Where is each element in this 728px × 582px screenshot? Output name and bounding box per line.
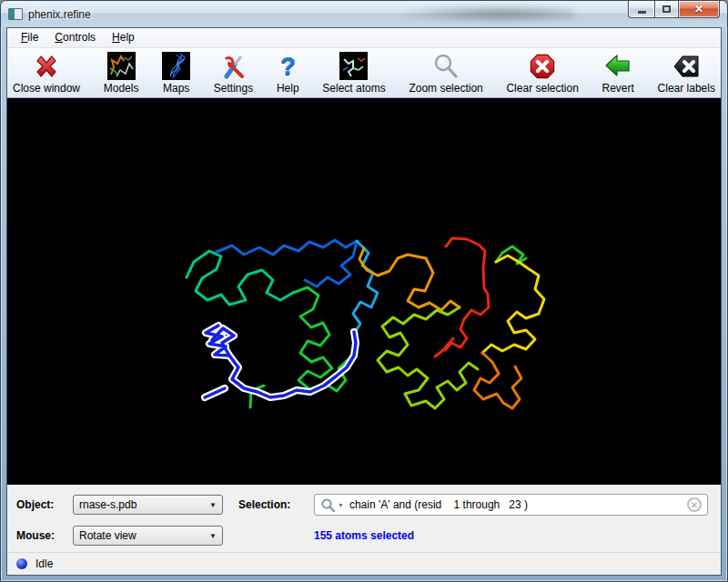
titlebar[interactable]: phenix.refine ✕: [1, 1, 727, 27]
toolbar-button-models[interactable]: Models: [103, 51, 140, 95]
toolbar-button-select-atoms[interactable]: Select atoms: [321, 51, 386, 95]
app-icon: [8, 8, 23, 20]
minimize-icon: [638, 11, 646, 14]
toolbar-button-settings[interactable]: Settings: [213, 51, 254, 95]
models-thumbnail-icon: [107, 51, 136, 81]
molecule-path-left-green-core: [293, 287, 357, 391]
titlebar-glass-reflection: [392, 5, 574, 23]
window-client-area: FileControlsHelp Close windowModelsMapsS…: [6, 27, 722, 576]
object-dropdown-value: rnase-s.pdb: [79, 498, 206, 511]
object-label: Object:: [16, 498, 64, 511]
molecule-path-right-green-tip: [496, 246, 526, 264]
toolbar-button-zoom-selection[interactable]: Zoom selection: [408, 51, 483, 95]
magnifier-icon: [432, 51, 460, 81]
close-button[interactable]: ✕: [679, 1, 720, 18]
toolbar-button-label: Clear selection: [506, 82, 578, 95]
molecule-canvas[interactable]: [7, 98, 721, 485]
molecule-path-left-blue-arc: [217, 240, 357, 286]
close-icon: ✕: [694, 3, 703, 15]
chevron-down-icon: ▼: [209, 532, 217, 540]
toolbar-button-label: Settings: [214, 82, 253, 95]
question-mark-icon: ?: [280, 51, 296, 81]
menu-item-controls[interactable]: Controls: [46, 28, 104, 47]
clear-search-icon[interactable]: ✕: [687, 497, 702, 512]
maps-thumbnail-icon: [162, 51, 190, 81]
toolbar-button-label: Zoom selection: [409, 82, 482, 95]
menu-item-file[interactable]: File: [13, 28, 46, 47]
toolbar-button-label: Revert: [602, 82, 634, 95]
green-arrow-left-icon: [603, 51, 632, 81]
maximize-button[interactable]: [654, 1, 679, 18]
mouse-label: Mouse:: [16, 529, 64, 542]
toolbar-button-clear-selection[interactable]: Clear selection: [505, 51, 579, 95]
stop-x-icon: [529, 51, 556, 81]
toolbar-button-label: Select atoms: [322, 82, 385, 95]
tools-icon: [219, 51, 248, 81]
black-tag-x-icon: [672, 51, 701, 81]
toolbar-button-label: Models: [104, 82, 139, 95]
selection-label: Selection:: [238, 498, 302, 511]
molecule-path-right-orange-bottom: [474, 353, 521, 408]
window-controls: ✕: [628, 1, 720, 18]
selection-searchbox[interactable]: ▼ ✕: [314, 494, 708, 516]
mouse-mode-row: Mouse: Rotate view ▼ 155 atoms selected: [16, 526, 721, 546]
toolbar-button-maps[interactable]: Maps: [161, 51, 191, 95]
window-title: phenix.refine: [28, 8, 91, 21]
toolbar-button-label: Help: [277, 82, 299, 95]
toolbar-button-label: Maps: [163, 82, 189, 95]
app-window: phenix.refine ✕ FileControlsHelp Close w…: [0, 0, 728, 582]
molecule-path-selection-tail-underlay: [229, 332, 356, 397]
molecule-path-left-cyan-edge: [353, 241, 378, 335]
molecule-path-left-teal-loop: [187, 251, 293, 305]
molecule-path-right-red-stub: [435, 338, 453, 356]
molecule-path-right-red-strand: [445, 238, 489, 350]
toolbar-button-label: Close window: [13, 82, 80, 95]
toolbar-button-label: Clear labels: [658, 82, 715, 95]
object-selection-row: Object: rnase-s.pdb ▼ Selection: ▼ ✕: [16, 494, 721, 516]
chevron-down-icon: ▼: [209, 501, 217, 509]
toolbar-button-clear-labels[interactable]: Clear labels: [657, 51, 716, 95]
molecule-path-right-yellow-loop: [482, 256, 544, 353]
atoms-thumbnail-icon: [339, 51, 368, 81]
toolbar: Close windowModelsMapsSettings?HelpSelec…: [7, 48, 721, 98]
toolbar-button-revert[interactable]: Revert: [602, 51, 635, 95]
control-panel: Object: rnase-s.pdb ▼ Selection: ▼ ✕ Mou…: [7, 485, 721, 552]
menu-item-help[interactable]: Help: [104, 28, 143, 47]
mouse-mode-dropdown-value: Rotate view: [79, 529, 206, 542]
maximize-icon: [662, 5, 671, 13]
toolbar-button-close-window[interactable]: Close window: [12, 51, 81, 95]
minimize-button[interactable]: [628, 1, 654, 18]
menubar: FileControlsHelp: [7, 28, 721, 48]
mouse-mode-dropdown[interactable]: Rotate view ▼: [73, 526, 223, 546]
statusbar: Idle: [7, 552, 721, 575]
search-options-caret-icon[interactable]: ▼: [338, 502, 344, 508]
toolbar-button-help[interactable]: ?Help: [276, 51, 300, 95]
search-icon: [320, 497, 336, 513]
atoms-selected-count: 155 atoms selected: [314, 529, 414, 542]
object-dropdown[interactable]: rnase-s.pdb ▼: [73, 495, 223, 515]
status-text: Idle: [35, 557, 53, 570]
status-indicator-icon: [16, 558, 27, 569]
red-x-icon: [32, 51, 61, 81]
selection-input[interactable]: [349, 498, 687, 511]
molecule-viewport[interactable]: [7, 98, 721, 485]
